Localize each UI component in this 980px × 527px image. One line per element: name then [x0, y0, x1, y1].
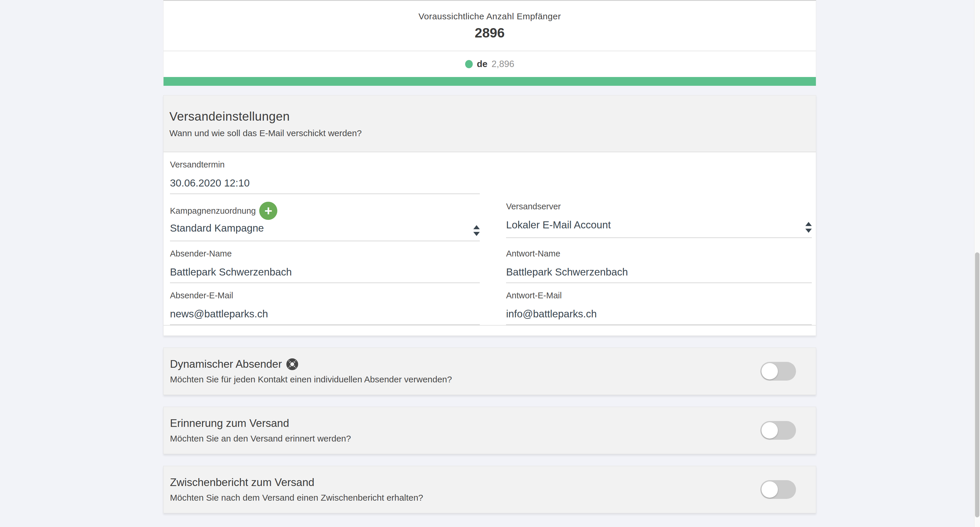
recipients-progress-bar: [164, 77, 816, 86]
vertical-scrollbar[interactable]: [974, 0, 980, 527]
recipients-card: Voraussichtliche Anzahl Empfänger 2896 d…: [163, 0, 816, 86]
send-reminder-subtitle: Möchten Sie an den Versand erinnert werd…: [170, 434, 351, 444]
recipients-stat: Voraussichtliche Anzahl Empfänger 2896: [164, 1, 816, 51]
interim-report-card: Zwischenbericht zum Versand Möchten Sie …: [163, 466, 816, 513]
legend-dot-icon: [465, 60, 473, 68]
interim-report-title-text: Zwischenbericht zum Versand: [170, 476, 315, 489]
antwort-email-input[interactable]: info@battleparks.ch: [506, 308, 812, 325]
kampagne-label-text: Kampagnenzuordnung: [170, 206, 256, 216]
scrollbar-thumb[interactable]: [975, 252, 979, 517]
absender-email-input[interactable]: news@battleparks.ch: [170, 308, 480, 325]
kampagne-selected-value: Standard Kampagne: [170, 222, 264, 234]
absender-name-cell: Absender-Name Battlepark Schwerzenbach: [164, 241, 490, 283]
dynamic-sender-title: Dynamischer Absender: [170, 358, 452, 370]
legend-series-count: 2,896: [492, 59, 514, 69]
antwort-name-label: Antwort-Name: [506, 249, 812, 259]
antwort-email-cell: Antwort-E-Mail info@battleparks.ch: [490, 283, 816, 325]
dynamic-sender-texts: Dynamischer Absender Möchten Sie für jed…: [170, 358, 452, 385]
toggle-knob: [762, 422, 778, 439]
versandserver-selected-value: Lokaler E-Mail Account: [506, 219, 611, 231]
kampagne-label: Kampagnenzuordnung +: [170, 202, 480, 220]
antwort-email-value: info@battleparks.ch: [506, 308, 597, 320]
send-reminder-toggle[interactable]: [760, 421, 796, 440]
antwort-name-input[interactable]: Battlepark Schwerzenbach: [506, 266, 812, 283]
add-campaign-button[interactable]: +: [259, 202, 277, 220]
antwort-email-label: Antwort-E-Mail: [506, 291, 812, 300]
interim-report-title: Zwischenbericht zum Versand: [170, 476, 423, 489]
send-settings-header: Versandeinstellungen Wann und wie soll d…: [164, 96, 816, 152]
absender-name-input[interactable]: Battlepark Schwerzenbach: [170, 266, 480, 283]
interim-report-texts: Zwischenbericht zum Versand Möchten Sie …: [170, 476, 423, 503]
dynamic-sender-subtitle: Möchten Sie für jeden Kontakt einen indi…: [170, 374, 452, 385]
absender-email-value: news@battleparks.ch: [170, 308, 268, 320]
recipients-label: Voraussichtliche Anzahl Empfänger: [164, 11, 816, 21]
dynamic-sender-card: Dynamischer Absender Möchten Sie für jed…: [163, 348, 816, 395]
dynamic-sender-title-text: Dynamischer Absender: [170, 358, 282, 370]
versandserver-cell: Versandserver Lokaler E-Mail Account: [490, 194, 816, 241]
recipients-value: 2896: [164, 25, 816, 41]
plus-icon: +: [264, 204, 272, 217]
versandserver-select[interactable]: Lokaler E-Mail Account: [506, 219, 812, 238]
toggle-knob: [762, 363, 778, 379]
versandtermin-label: Versandtermin: [170, 160, 480, 169]
absender-name-value: Battlepark Schwerzenbach: [170, 266, 292, 278]
send-settings-form: Versandtermin 30.06.2020 12:10 Kampagnen…: [164, 152, 816, 326]
absender-name-label: Absender-Name: [170, 249, 480, 259]
chevron-updown-icon: [805, 219, 812, 233]
send-reminder-title-text: Erinnerung zum Versand: [170, 417, 289, 430]
interim-report-toggle[interactable]: [760, 480, 796, 499]
absender-email-label: Absender-E-Mail: [170, 291, 480, 300]
empty-cell: [490, 152, 816, 194]
dynamic-sender-toggle[interactable]: [760, 362, 796, 381]
versandtermin-cell: Versandtermin 30.06.2020 12:10: [164, 152, 490, 194]
toggle-knob: [762, 481, 778, 498]
versandtermin-value: 30.06.2020 12:10: [170, 177, 250, 189]
section-subtitle: Wann und wie soll das E-Mail verschickt …: [169, 128, 810, 138]
main-content: Voraussichtliche Anzahl Empfänger 2896 d…: [163, 0, 816, 527]
life-ring-icon[interactable]: [286, 358, 298, 370]
kampagne-select[interactable]: Standard Kampagne: [170, 222, 480, 241]
send-reminder-card: Erinnerung zum Versand Möchten Sie an de…: [163, 407, 816, 454]
row-divider: [164, 325, 816, 326]
chevron-updown-icon: [473, 222, 480, 236]
antwort-name-value: Battlepark Schwerzenbach: [506, 266, 628, 278]
versandtermin-input[interactable]: 30.06.2020 12:10: [170, 177, 480, 194]
send-reminder-texts: Erinnerung zum Versand Möchten Sie an de…: [170, 417, 351, 444]
chart-legend: de 2,896: [164, 51, 816, 77]
kampagne-cell: Kampagnenzuordnung + Standard Kampagne: [164, 194, 490, 241]
absender-email-cell: Absender-E-Mail news@battleparks.ch: [164, 283, 490, 325]
section-title: Versandeinstellungen: [169, 110, 810, 123]
legend-series-name[interactable]: de: [477, 59, 487, 69]
interim-report-subtitle: Möchten Sie nach dem Versand einen Zwisc…: [170, 493, 423, 503]
versandserver-label: Versandserver: [506, 202, 812, 211]
send-settings-card: Versandeinstellungen Wann und wie soll d…: [163, 95, 816, 336]
send-reminder-title: Erinnerung zum Versand: [170, 417, 351, 430]
antwort-name-cell: Antwort-Name Battlepark Schwerzenbach: [490, 241, 816, 283]
